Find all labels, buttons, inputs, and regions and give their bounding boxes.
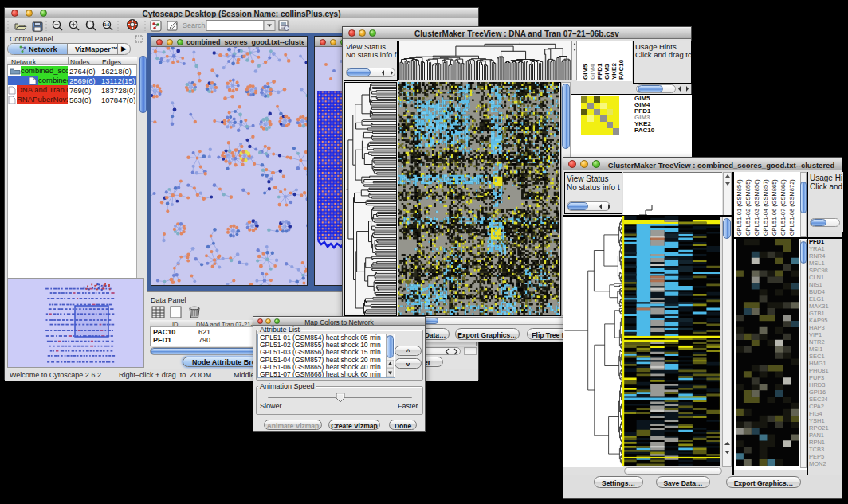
svg-text:GPL51-04 (GSM857): GPL51-04 (GSM857) [762,179,769,236]
svg-text:GIM4: GIM4 [589,64,596,80]
svg-text:GPL51-02 (GSM855): GPL51-02 (GSM855) [744,179,752,236]
svg-text:GPL51-06 (GSM865): GPL51-06 (GSM865) [771,179,778,236]
svg-text:Search:: Search: [183,21,207,29]
svg-text:GPL51-08 (GSM872): GPL51-08 (GSM872) [788,179,795,236]
svg-text:YKE2: YKE2 [610,63,618,80]
svg-text:PFD1: PFD1 [596,63,603,80]
svg-text:GPL51-01 (GSM854): GPL51-01 (GSM854) [736,179,743,236]
svg-text:GPL51-07 (GSM868): GPL51-07 (GSM868) [779,179,787,236]
svg-text:GIM3: GIM3 [603,64,610,80]
svg-text:GIM5: GIM5 [582,64,589,80]
svg-text:GPL51-03 (GSM856): GPL51-03 (GSM856) [753,179,760,236]
svg-text:1:1: 1:1 [104,23,110,27]
svg-text:PAC10: PAC10 [618,59,625,80]
